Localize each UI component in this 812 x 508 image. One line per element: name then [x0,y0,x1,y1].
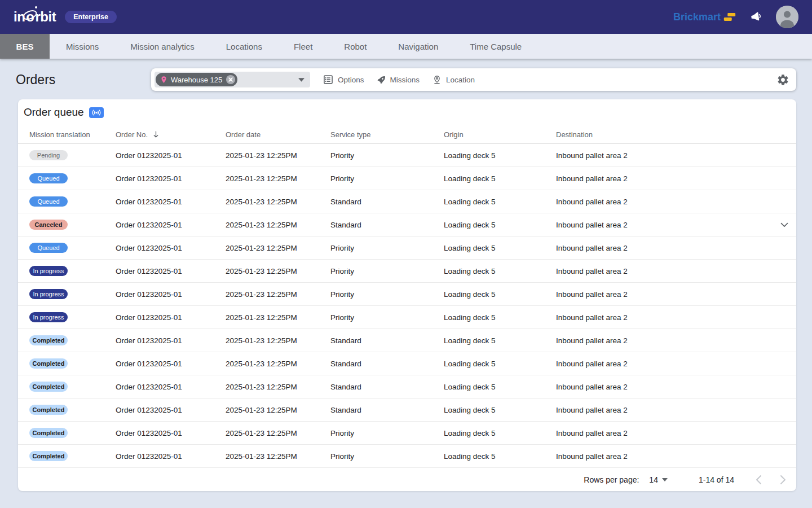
status-badge: Canceled [29,220,68,230]
service-type-cell: Standard [330,406,444,414]
mission-translation-cell: Queued [18,196,116,207]
inorbit-logo: inorbit [14,9,56,25]
user-avatar[interactable] [776,6,798,28]
destination-cell: Inbound pallet area 2 [556,198,796,206]
location-pin-icon [160,76,168,84]
table-row[interactable]: CompletedOrder 01232025-012025-01-23 12:… [18,445,796,468]
col-order-date: Order date [226,130,330,139]
table-row[interactable]: QueuedOrder 01232025-012025-01-23 12:25P… [18,190,796,213]
sort-arrow-icon[interactable] [152,130,160,138]
order-date-cell: 2025-01-23 12:25PM [226,383,330,391]
order-no-cell: Order 01232025-01 [116,360,226,368]
order-no-cell: Order 01232025-01 [116,174,226,183]
options-button[interactable]: Options [323,74,364,85]
destination-cell: Inbound pallet area 2 [556,244,796,252]
origin-cell: Loading deck 5 [444,429,556,437]
table-row[interactable]: QueuedOrder 01232025-012025-01-23 12:25P… [18,237,796,260]
options-label: Options [338,76,364,84]
filter-bar: Warehouse 125 Options Mis [151,68,796,91]
status-badge: Completed [29,335,68,345]
order-date-cell: 2025-01-23 12:25PM [226,429,330,437]
rocket-icon [377,75,386,85]
table-row[interactable]: In progressOrder 01232025-012025-01-23 1… [18,283,796,306]
next-page-button[interactable] [776,471,789,488]
origin-cell: Loading deck 5 [444,174,556,183]
card-title: Order queue [24,106,84,119]
order-no-cell: Order 01232025-01 [116,151,226,160]
mission-translation-cell: Completed [18,358,116,369]
order-no-cell: Order 01232025-01 [116,452,226,461]
mission-translation-cell: In progress [18,289,116,299]
rows-per-page-value: 14 [649,475,658,484]
announcements-button[interactable] [749,10,764,24]
service-type-cell: Priority [330,313,444,322]
service-type-cell: Priority [330,429,444,437]
origin-cell: Loading deck 5 [444,151,556,160]
order-date-cell: 2025-01-23 12:25PM [226,452,330,461]
status-badge: Queued [29,243,68,253]
tab-mission-analytics[interactable]: Mission analytics [114,34,210,59]
origin-cell: Loading deck 5 [444,360,556,368]
mission-translation-cell: Canceled [18,220,116,230]
col-order-no[interactable]: Order No. [116,130,226,139]
location-button[interactable]: Location [432,75,475,85]
chip-remove-icon[interactable] [226,75,236,85]
table-header: Mission translation Order No. Order date… [18,126,796,144]
origin-cell: Loading deck 5 [444,244,556,252]
status-badge: Completed [29,405,68,415]
megaphone-icon [748,9,764,24]
col-destination: Destination [556,130,796,139]
brickmart-logo: Brickmart [673,11,736,23]
status-badge: In progress [29,312,68,322]
table-row[interactable]: PendingOrder 01232025-012025-01-23 12:25… [18,144,796,167]
person-icon [776,6,798,28]
table-row[interactable]: CompletedOrder 01232025-012025-01-23 12:… [18,398,796,422]
order-queue-card: Order queue Mission translation Order No… [18,99,796,491]
service-type-cell: Standard [330,360,444,368]
status-badge: Completed [29,382,68,392]
mission-translation-cell: Completed [18,335,116,345]
order-date-cell: 2025-01-23 12:25PM [226,406,330,414]
tab-locations[interactable]: Locations [210,34,278,59]
table-row[interactable]: CompletedOrder 01232025-012025-01-23 12:… [18,422,796,445]
brickmart-logo-text: Brickmart [673,11,721,23]
expand-row-icon[interactable] [778,218,791,231]
location-filter-select[interactable]: Warehouse 125 [155,72,310,87]
status-badge: Queued [29,196,68,207]
missions-button[interactable]: Missions [377,75,420,85]
table-row[interactable]: In progressOrder 01232025-012025-01-23 1… [18,260,796,283]
destination-cell: Inbound pallet area 2 [556,174,796,183]
table-body: PendingOrder 01232025-012025-01-23 12:25… [18,144,796,468]
location-chip[interactable]: Warehouse 125 [156,73,237,86]
main-nav: BES Missions Mission analytics Locations… [0,34,812,59]
table-row[interactable]: CompletedOrder 01232025-012025-01-23 12:… [18,375,796,398]
settings-button[interactable] [776,73,789,86]
table-row[interactable]: In progressOrder 01232025-012025-01-23 1… [18,306,796,329]
tab-fleet[interactable]: Fleet [278,34,328,59]
table-row[interactable]: QueuedOrder 01232025-012025-01-23 12:25P… [18,167,796,190]
live-indicator-badge [89,107,104,118]
prev-page-button[interactable] [752,471,765,488]
service-type-cell: Standard [330,336,444,345]
tab-bes[interactable]: BES [0,34,50,59]
pin-drop-icon [432,75,442,85]
mission-translation-cell: Completed [18,451,116,461]
table-row[interactable]: CompletedOrder 01232025-012025-01-23 12:… [18,352,796,375]
order-date-cell: 2025-01-23 12:25PM [226,267,330,275]
table-row[interactable]: CompletedOrder 01232025-012025-01-23 12:… [18,329,796,352]
order-date-cell: 2025-01-23 12:25PM [226,221,330,229]
table-row[interactable]: CanceledOrder 01232025-012025-01-23 12:2… [18,213,796,237]
broadcast-icon [91,109,102,116]
order-no-cell: Order 01232025-01 [116,244,226,252]
tab-time-capsule[interactable]: Time Capsule [454,34,537,59]
tab-navigation[interactable]: Navigation [382,34,454,59]
tab-missions[interactable]: Missions [50,34,114,59]
options-list-icon [323,74,334,85]
order-no-cell: Order 01232025-01 [116,429,226,437]
rows-per-page-select[interactable]: 14 [649,475,668,484]
order-date-cell: 2025-01-23 12:25PM [226,360,330,368]
destination-cell: Inbound pallet area 2 [556,336,796,345]
tab-robot[interactable]: Robot [328,34,382,59]
order-date-cell: 2025-01-23 12:25PM [226,244,330,252]
destination-cell: Inbound pallet area 2 [556,360,796,368]
